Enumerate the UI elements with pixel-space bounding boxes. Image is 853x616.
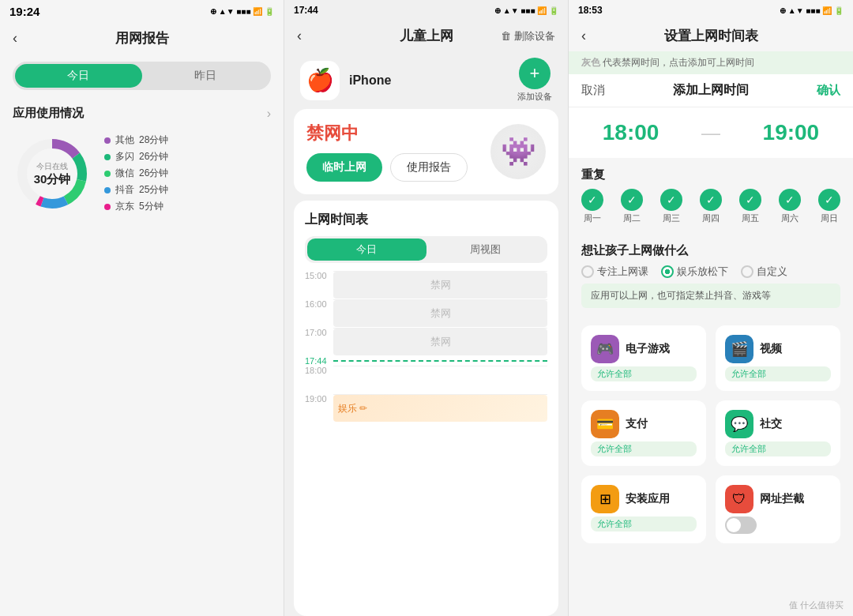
- confirm-button[interactable]: 确认: [817, 83, 840, 98]
- repeat-section: 重复 ✓ 周一 ✓ 周二 ✓ 周三 ✓ 周四 ✓ 周五 ✓: [569, 158, 853, 234]
- tab-today-schedule[interactable]: 今日: [307, 239, 426, 261]
- day-name-monday: 周一: [584, 212, 601, 224]
- schedule-title: 上网时间表: [305, 212, 547, 228]
- action-buttons: 临时上网 使用报告: [306, 153, 468, 182]
- day-monday[interactable]: ✓ 周一: [581, 189, 603, 224]
- radio-label-custom: 自定义: [757, 265, 787, 279]
- radio-relax[interactable]: 娱乐放松下: [661, 265, 728, 279]
- time-label-17: 17:00: [305, 328, 333, 337]
- back-button-1[interactable]: ‹: [13, 30, 17, 47]
- app-card-games[interactable]: 🎮 电子游戏 允许全部: [581, 325, 706, 391]
- add-circle-icon: +: [519, 58, 551, 89]
- app-card-top-install: ⊞ 安装应用: [591, 485, 697, 513]
- install-app-icon: ⊞: [591, 485, 619, 513]
- time-block-17: 禁网: [333, 328, 547, 356]
- radio-circle-relax: [661, 265, 674, 278]
- device-name: iPhone: [349, 73, 517, 88]
- legend-item: 抖音 25分钟: [104, 183, 168, 197]
- add-device-button[interactable]: + 添加设备: [517, 58, 552, 103]
- time-row-15: 15:00 禁网: [305, 271, 547, 299]
- app-card-top-video: 🎬 视频: [725, 335, 831, 363]
- pay-app-badge: 允许全部: [591, 441, 697, 456]
- time-3: 18:53: [578, 5, 603, 16]
- time-1: 19:24: [9, 5, 39, 18]
- temp-access-button[interactable]: 临时上网: [306, 153, 382, 182]
- nav-bar-2: ‹ 儿童上网 🗑 删除设备: [284, 21, 568, 51]
- legend-text-duoshan: 多闪: [115, 150, 134, 163]
- status-icons-2: ⊕ ▲▼ ■■■ 📶 🔋: [494, 6, 558, 15]
- install-app-badge: 允许全部: [591, 516, 697, 531]
- cancel-button[interactable]: 取消: [581, 83, 605, 98]
- day-check-saturday: ✓: [779, 189, 801, 211]
- back-button-3[interactable]: ‹: [581, 28, 586, 44]
- day-tuesday[interactable]: ✓ 周二: [621, 189, 643, 224]
- device-info: iPhone: [340, 73, 517, 88]
- delete-device-button[interactable]: 🗑 删除设备: [501, 29, 555, 43]
- tab-yesterday[interactable]: 昨日: [142, 64, 269, 88]
- chart-area: 今日在线 30分钟 其他 28分钟 多闪 26分钟 微信 26分钟: [0, 126, 284, 221]
- signal-icon-3: ⊕ ▲▼ ■■■ 📶 🔋: [780, 6, 844, 15]
- app-card-pay[interactable]: 💳 支付 允许全部: [581, 400, 706, 466]
- game-app-badge: 允许全部: [591, 366, 697, 381]
- nav-bar-1: ‹ 用网报告: [0, 23, 284, 54]
- start-time-value[interactable]: 18:00: [603, 120, 659, 145]
- panel-usage-report: 19:24 ⊕ ▲▼ ■■■ 📶 🔋 ‹ 用网报告 今日 昨日 应用使用情况 ›…: [0, 0, 284, 616]
- time-label-19: 19:00: [305, 394, 333, 404]
- day-wednesday[interactable]: ✓ 周三: [660, 189, 682, 224]
- status-icons-3: ⊕ ▲▼ ■■■ 📶 🔋: [780, 6, 844, 15]
- usage-report-button[interactable]: 使用报告: [390, 153, 468, 182]
- current-time-line: [333, 360, 547, 362]
- ban-block-17: 禁网: [333, 329, 547, 355]
- radio-focus[interactable]: 专注上网课: [581, 265, 648, 279]
- time-row-18: 18:00: [305, 366, 547, 394]
- entertain-block-19: 娱乐 ✏: [333, 395, 547, 422]
- end-time-value[interactable]: 19:00: [763, 120, 820, 145]
- section-title-usage: 应用使用情况: [13, 106, 84, 121]
- time-grid: 15:00 禁网 16:00 禁网 17:00 禁网 17:44: [305, 271, 547, 423]
- legend: 其他 28分钟 多闪 26分钟 微信 26分钟 抖音 25分钟 京东 5: [104, 133, 168, 213]
- toggle-row-block: [725, 516, 831, 534]
- back-button-2[interactable]: ‹: [297, 28, 302, 44]
- day-check-tuesday: ✓: [621, 189, 643, 211]
- game-app-name: 电子游戏: [626, 342, 670, 356]
- day-thursday[interactable]: ✓ 周四: [700, 189, 722, 224]
- status-card-left: 禁网中 临时上网 使用报告: [306, 122, 468, 182]
- legend-value-douyin: 25分钟: [139, 183, 168, 197]
- app-card-top-pay: 💳 支付: [591, 410, 697, 438]
- radio-circle-custom: [741, 265, 753, 278]
- app-card-video[interactable]: 🎬 视频 允许全部: [716, 325, 840, 391]
- tab-week-schedule[interactable]: 周视图: [426, 239, 546, 261]
- current-time-label: 17:44: [305, 356, 333, 366]
- app-card-block[interactable]: 🛡 网址拦截: [716, 475, 840, 543]
- radio-circle-focus: [581, 265, 594, 278]
- legend-dot-duoshan: [104, 154, 111, 160]
- app-card-social[interactable]: 💬 社交 允许全部: [716, 400, 840, 466]
- day-saturday[interactable]: ✓ 周六: [779, 189, 801, 224]
- device-icon: 🍎: [300, 61, 340, 100]
- legend-item: 多闪 26分钟: [104, 150, 168, 163]
- legend-item: 其他 28分钟: [104, 133, 168, 147]
- page-title-2: 儿童上网: [400, 27, 453, 45]
- current-time-row: 17:44: [305, 356, 547, 366]
- hint-gray-text: 灰色: [581, 57, 600, 68]
- panel-child-internet: 17:44 ⊕ ▲▼ ■■■ 📶 🔋 ‹ 儿童上网 🗑 删除设备 🍎 iPhon…: [284, 0, 569, 616]
- purpose-section: 想让孩子上网做什么 专注上网课 娱乐放松下 自定义 应用可以上网，也可指定禁止抖…: [569, 234, 853, 317]
- day-check-thursday: ✓: [700, 189, 722, 211]
- tab-today[interactable]: 今日: [15, 64, 142, 88]
- install-app-name: 安装应用: [626, 492, 670, 506]
- social-app-badge: 允许全部: [725, 441, 831, 456]
- social-app-icon: 💬: [725, 410, 753, 438]
- day-sunday[interactable]: ✓ 周日: [818, 189, 840, 224]
- tab-bar-1: 今日 昨日: [13, 62, 271, 90]
- time-row-16: 16:00 禁网: [305, 299, 547, 328]
- days-row: ✓ 周一 ✓ 周二 ✓ 周三 ✓ 周四 ✓ 周五 ✓ 周六: [581, 189, 840, 224]
- app-card-top-games: 🎮 电子游戏: [591, 335, 697, 363]
- app-card-top-social: 💬 社交: [725, 410, 831, 438]
- time-block-15: 禁网: [333, 271, 547, 299]
- radio-custom[interactable]: 自定义: [741, 265, 787, 279]
- day-friday[interactable]: ✓ 周五: [739, 189, 761, 224]
- section-arrow-usage[interactable]: ›: [267, 107, 271, 121]
- block-toggle[interactable]: [725, 516, 757, 534]
- social-app-name: 社交: [760, 417, 782, 431]
- app-card-install[interactable]: ⊞ 安装应用 允许全部: [581, 475, 706, 543]
